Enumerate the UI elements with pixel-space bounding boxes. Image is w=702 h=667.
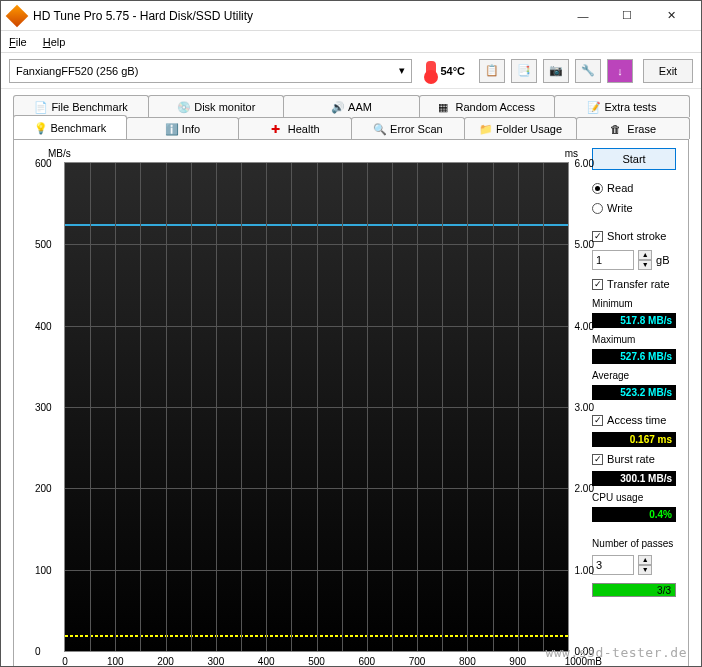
burst-rate-value: 300.1 MB/s — [592, 471, 676, 486]
tab-erase[interactable]: 🗑Erase — [576, 117, 690, 139]
menu-file[interactable]: File — [9, 36, 27, 48]
passes-spinner[interactable]: ▲▼ — [592, 555, 676, 575]
average-value: 523.2 MB/s — [592, 385, 676, 400]
benchmark-icon: 💡 — [34, 122, 46, 134]
chart-area: MB/s ms 1000mB 6006.005005.004004.003003… — [26, 148, 582, 667]
write-radio[interactable]: Write — [592, 200, 676, 216]
tab-error-scan[interactable]: 🔍Error Scan — [351, 117, 465, 139]
tab-aam[interactable]: 🔊AAM — [283, 95, 419, 117]
extra-tests-icon: 📝 — [587, 101, 599, 113]
tab-health[interactable]: ✚Health — [238, 117, 352, 139]
sidebar-panel: Start Read Write ✓Short stroke ▲▼ gB ✓Tr… — [582, 148, 676, 667]
screenshot-icon[interactable]: 📷 — [543, 59, 569, 83]
cpu-usage-value: 0.4% — [592, 507, 676, 522]
content-panel: MB/s ms 1000mB 6006.005005.004004.003003… — [13, 139, 689, 667]
tab-row-top: 📄File Benchmark 💿Disk monitor 🔊AAM ▦Rand… — [1, 95, 701, 117]
start-button[interactable]: Start — [592, 148, 676, 170]
progress-text: 3/3 — [657, 584, 671, 598]
window-buttons: — ☐ ✕ — [561, 2, 693, 30]
app-icon — [6, 4, 29, 27]
short-stroke-check[interactable]: ✓Short stroke — [592, 228, 676, 244]
tab-disk-monitor[interactable]: 💿Disk monitor — [148, 95, 284, 117]
menu-help[interactable]: Help — [43, 36, 66, 48]
spinner-buttons[interactable]: ▲▼ — [638, 250, 652, 270]
minimum-value: 517.8 MB/s — [592, 313, 676, 328]
tab-extra-tests[interactable]: 📝Extra tests — [554, 95, 690, 117]
window-title: HD Tune Pro 5.75 - Hard Disk/SSD Utility — [33, 9, 561, 23]
tab-file-benchmark[interactable]: 📄File Benchmark — [13, 95, 149, 117]
tab-random-access[interactable]: ▦Random Access — [419, 95, 555, 117]
maximize-button[interactable]: ☐ — [605, 2, 649, 30]
access-time-value: 0.167 ms — [592, 432, 676, 447]
settings-icon[interactable]: 🔧 — [575, 59, 601, 83]
menubar: File Help — [1, 31, 701, 53]
thermometer-icon — [426, 61, 436, 81]
temperature-display: 54°C — [418, 61, 473, 81]
cpu-usage-label: CPU usage — [592, 492, 676, 503]
passes-label: Number of passes — [592, 538, 676, 549]
maximum-label: Maximum — [592, 334, 676, 345]
maximum-value: 527.6 MB/s — [592, 349, 676, 364]
benchmark-plot: 1000mB 6006.005005.004004.003003.002002.… — [64, 162, 569, 652]
error-scan-icon: 🔍 — [373, 123, 385, 135]
tab-benchmark[interactable]: 💡Benchmark — [13, 115, 127, 139]
transfer-rate-check[interactable]: ✓Transfer rate — [592, 276, 676, 292]
burst-rate-check[interactable]: ✓Burst rate — [592, 451, 676, 467]
file-benchmark-icon: 📄 — [34, 101, 46, 113]
short-stroke-spinner[interactable]: ▲▼ gB — [592, 250, 676, 270]
close-button[interactable]: ✕ — [649, 2, 693, 30]
copy-all-icon[interactable]: 📑 — [511, 59, 537, 83]
aam-icon: 🔊 — [331, 101, 343, 113]
progress-bar: 3/3 — [592, 583, 676, 597]
health-icon: ✚ — [271, 123, 283, 135]
drive-select-value: FanxiangFF520 (256 gB) — [16, 65, 138, 77]
read-radio[interactable]: Read — [592, 180, 676, 196]
random-access-icon: ▦ — [438, 101, 450, 113]
tab-row-bottom: 💡Benchmark ℹ️Info ✚Health 🔍Error Scan 📁F… — [1, 117, 701, 139]
disk-monitor-icon: 💿 — [177, 101, 189, 113]
titlebar: HD Tune Pro 5.75 - Hard Disk/SSD Utility… — [1, 1, 701, 31]
spinner-buttons[interactable]: ▲▼ — [638, 555, 652, 575]
tab-info[interactable]: ℹ️Info — [126, 117, 240, 139]
save-icon[interactable]: ↓ — [607, 59, 633, 83]
watermark: www.ssd-tester.de — [545, 645, 687, 660]
toolbar: FanxiangFF520 (256 gB) ▾ 54°C 📋 📑 📷 🔧 ↓ … — [1, 53, 701, 89]
short-stroke-input[interactable] — [592, 250, 634, 270]
copy-icon[interactable]: 📋 — [479, 59, 505, 83]
tab-folder-usage[interactable]: 📁Folder Usage — [464, 117, 578, 139]
access-time-check[interactable]: ✓Access time — [592, 412, 676, 428]
minimum-label: Minimum — [592, 298, 676, 309]
chevron-down-icon: ▾ — [399, 64, 405, 77]
exit-button[interactable]: Exit — [643, 59, 693, 83]
minimize-button[interactable]: — — [561, 2, 605, 30]
erase-icon: 🗑 — [610, 123, 622, 135]
temperature-value: 54°C — [440, 65, 465, 77]
drive-select[interactable]: FanxiangFF520 (256 gB) ▾ — [9, 59, 412, 83]
info-icon: ℹ️ — [165, 123, 177, 135]
folder-usage-icon: 📁 — [479, 123, 491, 135]
passes-input[interactable] — [592, 555, 634, 575]
average-label: Average — [592, 370, 676, 381]
